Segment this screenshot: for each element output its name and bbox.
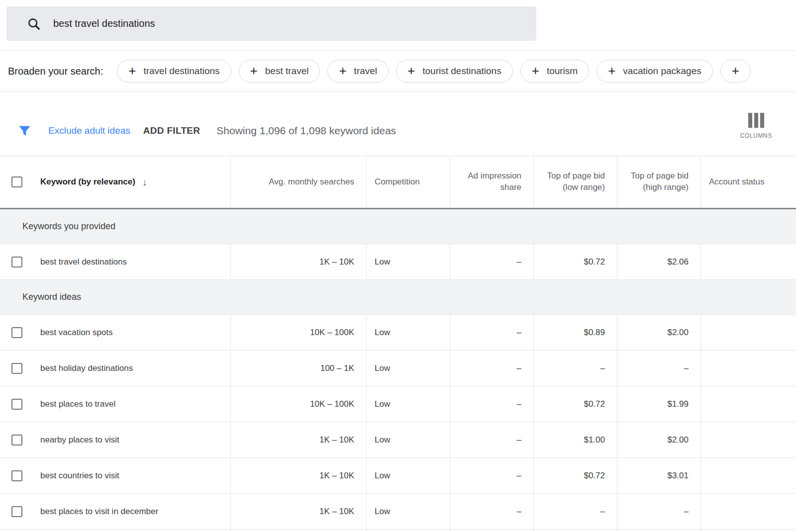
cell-value: $2.00 <box>667 328 689 338</box>
account-status-cell <box>700 244 796 279</box>
cell-value: $1.00 <box>584 435 605 445</box>
cell-value: Low <box>375 257 390 267</box>
top-of-page-bid-low-cell: $1.00 <box>533 422 617 457</box>
ad-impression-share-cell: – <box>450 422 533 457</box>
cell-value: – <box>600 363 605 373</box>
competition-cell: Low <box>366 494 450 529</box>
cell <box>533 530 617 532</box>
ad-impression-share-cell: – <box>450 458 533 493</box>
competition-cell: Low <box>366 386 450 422</box>
chip-label: vacation packages <box>623 66 701 77</box>
cell-value: $2.06 <box>667 257 689 267</box>
table-row[interactable]: best places to visit in december1K – 10K… <box>0 494 796 530</box>
cell-value: – <box>517 363 521 373</box>
cell <box>0 530 230 532</box>
cell <box>700 530 796 532</box>
filter-toolbar: Exclude adult ideas ADD FILTER Showing 1… <box>0 92 796 156</box>
top-of-page-bid-high-header[interactable]: Top of page bid (high range) <box>623 171 689 193</box>
exclude-adult-ideas-link[interactable]: Exclude adult ideas <box>48 125 130 136</box>
ad-impression-share-header[interactable]: Ad impression share <box>456 171 521 193</box>
competition-cell: Low <box>366 458 450 493</box>
keyword-search-bar[interactable] <box>6 6 536 41</box>
cell-value: – <box>517 471 521 481</box>
keyword-planner-page: Broaden your search: +travel destination… <box>0 0 796 532</box>
chip-label: travel <box>354 66 377 77</box>
sort-descending-icon[interactable]: ↓ <box>142 177 147 188</box>
cell-value: – <box>684 507 689 517</box>
table-row[interactable]: best countries to visit1K – 10KLow–$0.72… <box>0 458 796 494</box>
row-checkbox[interactable] <box>11 257 22 267</box>
broaden-chips: +travel destinations+best travel+travel+… <box>117 60 751 83</box>
broaden-chip[interactable]: +travel <box>327 60 389 83</box>
top-of-page-bid-low-cell: – <box>533 494 617 529</box>
cell-value: $0.72 <box>584 257 605 267</box>
row-checkbox[interactable] <box>11 363 22 374</box>
cell-value: Low <box>375 435 390 445</box>
broaden-chip[interactable]: +tourist destinations <box>396 60 513 83</box>
account-status-header[interactable]: Account status <box>709 177 765 188</box>
cell-value: $2.00 <box>667 435 689 445</box>
avg-monthly-searches-cell: 1K – 10K <box>230 422 366 457</box>
avg-monthly-searches-cell: 100 – 1K <box>230 351 366 386</box>
broaden-chip-partial[interactable]: + <box>720 60 751 83</box>
columns-button[interactable]: COLUMNS <box>740 113 772 139</box>
keyword-cell: best travel destinations <box>40 257 127 267</box>
keyword-ideas-table: Keyword (by relevance) ↓ Avg. monthly se… <box>0 156 796 532</box>
row-checkbox[interactable] <box>11 327 22 338</box>
columns-label: COLUMNS <box>740 132 772 139</box>
cell-value: – <box>517 328 521 338</box>
top-of-page-bid-low-header[interactable]: Top of page bid (low range) <box>540 171 605 193</box>
cell-value: $0.72 <box>584 399 605 409</box>
row-checkbox[interactable] <box>11 470 22 481</box>
add-filter-button[interactable]: ADD FILTER <box>143 125 200 136</box>
top-of-page-bid-high-cell: $2.00 <box>617 422 700 457</box>
table-row[interactable]: best vacation spots10K – 100KLow–$0.89$2… <box>0 315 796 351</box>
table-row-partial <box>0 530 796 532</box>
competition-header[interactable]: Competition <box>375 177 420 188</box>
ad-impression-share-cell: – <box>450 351 533 386</box>
avg-monthly-searches-header[interactable]: Avg. monthly searches <box>269 177 354 188</box>
cell-value: 1K – 10K <box>319 435 354 445</box>
section-header: Keyword ideas <box>0 280 796 315</box>
top-of-page-bid-low-cell: – <box>533 351 617 386</box>
ad-impression-share-cell: – <box>450 494 533 529</box>
broaden-chip[interactable]: +travel destinations <box>117 60 231 83</box>
table-row[interactable]: nearby places to visit1K – 10KLow–$1.00$… <box>0 422 796 458</box>
avg-monthly-searches-cell: 1K – 10K <box>230 494 366 529</box>
row-checkbox[interactable] <box>11 435 22 445</box>
account-status-cell <box>700 386 796 422</box>
filter-icon <box>18 124 31 138</box>
cell-value: – <box>517 399 521 409</box>
row-checkbox[interactable] <box>11 399 22 410</box>
cell-value: 1K – 10K <box>319 507 354 517</box>
keyword-cell: nearby places to visit <box>40 435 119 445</box>
cell-value: 10K – 100K <box>310 399 354 409</box>
cell-value: – <box>517 257 521 267</box>
cell <box>366 530 450 532</box>
top-of-page-bid-low-cell: $0.72 <box>533 458 617 493</box>
select-all-checkbox[interactable] <box>11 177 22 187</box>
cell-value: Low <box>375 328 390 338</box>
account-status-cell <box>700 458 796 493</box>
table-header-row: Keyword (by relevance) ↓ Avg. monthly se… <box>0 156 796 209</box>
search-input[interactable] <box>53 18 536 29</box>
cell <box>230 530 366 532</box>
broaden-chip[interactable]: +vacation packages <box>597 60 713 83</box>
cell-value: – <box>600 507 605 517</box>
row-checkbox[interactable] <box>11 506 22 517</box>
chip-label: best travel <box>265 66 309 77</box>
cell-value: $0.72 <box>584 471 605 481</box>
keyword-cell: best holiday destinations <box>40 363 133 373</box>
keyword-cell: best countries to visit <box>40 471 119 481</box>
keyword-cell: best vacation spots <box>40 328 113 338</box>
top-of-page-bid-high-cell: $2.00 <box>617 315 700 350</box>
table-row[interactable]: best holiday destinations100 – 1KLow––– <box>0 351 796 386</box>
cell-value: 100 – 1K <box>320 363 354 373</box>
broaden-chip[interactable]: +best travel <box>239 60 320 83</box>
broaden-chip[interactable]: +tourism <box>520 60 589 83</box>
cell-value: 1K – 10K <box>319 257 354 267</box>
table-row[interactable]: best places to travel10K – 100KLow–$0.72… <box>0 386 796 422</box>
table-row[interactable]: best travel destinations1K – 10KLow–$0.7… <box>0 244 796 280</box>
keyword-column-header[interactable]: Keyword (by relevance) <box>40 177 135 187</box>
keyword-cell: best places to travel <box>40 399 115 409</box>
